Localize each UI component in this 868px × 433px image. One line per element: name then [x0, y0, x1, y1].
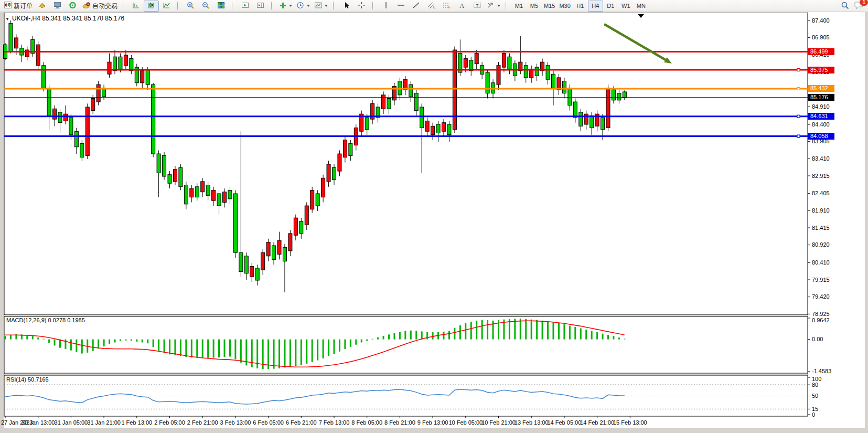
toolbar: 新订单自动交易EFATM1M5M15M30H1H4D1W1MN1 [0, 0, 868, 12]
toolbar-separator [177, 2, 181, 10]
svg-text:A: A [459, 2, 465, 9]
toolbar-candlestick-mode-button[interactable] [144, 1, 159, 12]
hline-icon [397, 2, 405, 10]
toolbar-auto-scroll-button[interactable] [238, 1, 253, 12]
toolbar-separator [123, 2, 126, 10]
chart-title-line: ▼UKOil-,H4 85.341 85.341 85.170 85.176 [5, 15, 124, 22]
toolbar-new-order-button[interactable]: 新订单 [2, 1, 35, 12]
periods-icon [296, 2, 304, 10]
timeframe-label: D1 [607, 3, 614, 9]
terminal-icon [53, 2, 61, 10]
toolbar-bar-chart-mode-button[interactable] [128, 1, 144, 12]
auto-scroll-icon [241, 2, 249, 10]
toolbar-tile-windows-button[interactable] [213, 1, 229, 12]
timeframe-label: MN [637, 3, 646, 9]
vline-icon [383, 2, 389, 10]
timeframe-m5-button[interactable]: M5 [527, 1, 542, 12]
chevron-down-icon [289, 5, 292, 7]
timeframe-mn-button[interactable]: MN [634, 1, 649, 12]
timeframe-m30-button[interactable]: M30 [557, 1, 572, 12]
add-indicator-icon [279, 2, 286, 10]
notifications-button[interactable]: 1 [854, 1, 864, 12]
macd-panel-label: MACD(12,26,9) 0.0278 0.1985 [6, 317, 85, 323]
timeframe-h1-button[interactable]: H1 [573, 1, 588, 12]
zoom-in-icon [187, 2, 195, 10]
timeframe-m1-button[interactable]: M1 [511, 1, 527, 12]
timeframe-label: H1 [576, 3, 584, 9]
toolbar-templates-button[interactable] [312, 1, 330, 12]
chart-shift-marker [638, 14, 644, 18]
toolbar-equidistant-channel-button[interactable]: E [424, 1, 439, 12]
timeframe-d1-button[interactable]: D1 [603, 1, 618, 12]
timeframe-label: W1 [621, 3, 630, 9]
chart-canvas[interactable] [0, 0, 868, 433]
line-chart-icon [163, 2, 170, 10]
toolbar-separator [333, 2, 337, 10]
chevron-down-icon[interactable]: ▼ [5, 17, 9, 22]
toolbar-trendline-button[interactable] [409, 1, 424, 12]
chevron-down-icon [307, 5, 310, 7]
text-icon: A [458, 2, 465, 10]
history-center-icon [38, 2, 46, 10]
toolbar-history-center-button[interactable] [35, 1, 50, 12]
new-order-icon [4, 2, 12, 10]
svg-text:T: T [476, 3, 479, 8]
toolbar-text-label-button[interactable]: T [469, 1, 485, 12]
toolbar-strategy-tester-button[interactable] [65, 1, 80, 12]
svg-text:E: E [433, 5, 436, 9]
timeframe-label: M30 [559, 3, 570, 9]
toolbar-separator [506, 2, 509, 10]
toolbar-text-button[interactable]: A [454, 1, 469, 12]
toolbar-auto-trading-button[interactable]: 自动交易 [80, 1, 120, 12]
toolbar-line-chart-mode-button[interactable] [159, 1, 174, 12]
fibo-icon: F [443, 2, 451, 10]
crosshair-icon [358, 2, 366, 10]
search-icon[interactable] [841, 1, 849, 12]
strategy-tester-icon [69, 2, 77, 10]
symbol-ohlc-text: UKOil-,H4 85.341 85.341 85.170 85.176 [12, 15, 124, 22]
timeframe-m15-button[interactable]: M15 [542, 1, 557, 12]
toolbar-terminal-button[interactable] [50, 1, 65, 12]
svg-text:F: F [448, 5, 451, 9]
toolbar-separator [232, 2, 235, 10]
channel-icon: E [427, 2, 436, 10]
mt4-window: 新订单自动交易EFATM1M5M15M30H1H4D1W1MN1 ▼UKOil-… [0, 0, 868, 433]
toolbar-indicators-button[interactable] [277, 1, 294, 12]
autotrade-icon [82, 2, 91, 10]
trendline-icon [412, 2, 420, 10]
toolbar-zoom-out-button[interactable] [198, 1, 213, 12]
toolbar-horizontal-line-button[interactable] [393, 1, 409, 12]
chevron-down-icon [325, 5, 328, 7]
toolbar-vertical-line-button[interactable] [378, 1, 393, 12]
templates-icon [314, 2, 322, 10]
candlestick-icon [147, 2, 155, 10]
toolbar-arrows-button[interactable] [485, 1, 502, 12]
rsi-panel-label: RSI(14) 50.7165 [6, 376, 49, 383]
macd-values: 0.0278 0.1985 [48, 317, 84, 323]
toolbar-fibonacci-button[interactable]: F [439, 1, 454, 12]
toolbar-zoom-in-button[interactable] [183, 1, 198, 12]
rsi-value: 50.7165 [28, 376, 49, 383]
toolbar-auto-trading-label: 自动交易 [92, 2, 117, 10]
timeframe-label: M1 [515, 3, 523, 9]
toolbar-periods-button[interactable] [294, 1, 312, 12]
timeframe-w1-button[interactable]: W1 [618, 1, 634, 12]
toolbar-chart-shift-button[interactable] [253, 1, 268, 12]
toolbar-separator [271, 2, 275, 10]
cursor-icon [343, 2, 350, 10]
chevron-down-icon [497, 5, 500, 7]
bar-chart-icon [132, 2, 140, 10]
chart-shift-icon [256, 2, 264, 10]
toolbar-cursor-button[interactable] [339, 1, 354, 12]
toolbar-crosshair-button[interactable] [354, 1, 369, 12]
toolbar-separator [372, 2, 376, 10]
timeframe-h4-button[interactable]: H4 [588, 1, 603, 12]
notification-badge: 1 [860, 0, 868, 6]
zoom-out-icon [202, 2, 210, 10]
timeframe-label: H4 [592, 3, 599, 9]
toolbar-new-order-label: 新订单 [14, 2, 33, 10]
label-icon: T [473, 2, 481, 10]
timeframe-label: M15 [544, 3, 555, 9]
shapes-icon [487, 2, 495, 10]
timeframe-label: M5 [530, 3, 538, 9]
